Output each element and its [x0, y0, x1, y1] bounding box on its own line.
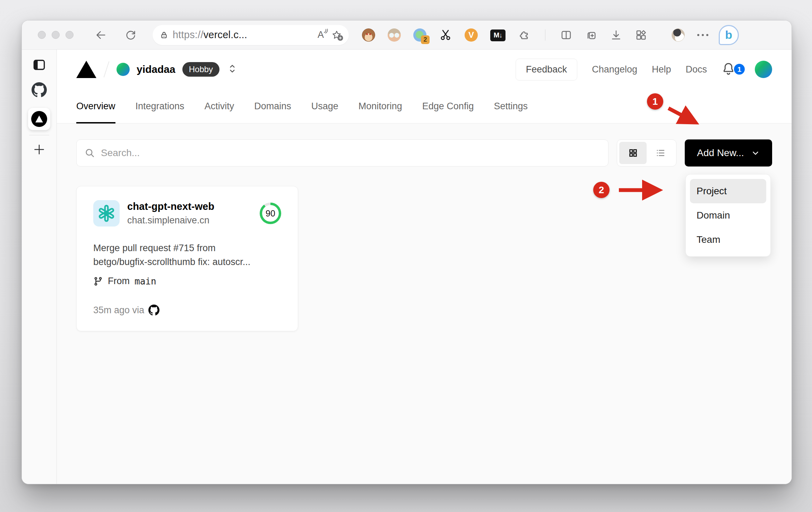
- read-aloud-icon[interactable]: A: [318, 29, 327, 40]
- window-controls: [38, 31, 74, 39]
- project-domain[interactable]: chat.simplenaive.cn: [127, 215, 214, 226]
- vertical-tabs-divider: [29, 135, 49, 135]
- scissors-extension-icon[interactable]: [439, 28, 452, 42]
- vercel-logo-icon[interactable]: [76, 61, 96, 78]
- changelog-link[interactable]: Changelog: [592, 64, 637, 75]
- browser-apps-icon[interactable]: [635, 29, 647, 41]
- notification-count-badge: 1: [733, 63, 746, 76]
- dropdown-item-project[interactable]: Project: [690, 179, 766, 203]
- view-toggle-group: [617, 139, 676, 167]
- tab-domains[interactable]: Domains: [254, 89, 291, 123]
- team-name[interactable]: yidadaa: [137, 63, 175, 75]
- tab-usage[interactable]: Usage: [311, 89, 338, 123]
- controls-row: Add New...: [76, 139, 772, 167]
- url-host: vercel.c...: [204, 29, 247, 40]
- new-tab-button[interactable]: [33, 143, 46, 157]
- project-favicon: [93, 200, 120, 227]
- feedback-button[interactable]: Feedback: [516, 59, 578, 80]
- add-new-dropdown-menu: Project Domain Team: [685, 174, 771, 257]
- extensions-puzzle-icon[interactable]: [518, 29, 530, 41]
- branch-name: main: [135, 276, 156, 287]
- github-mark-icon: [148, 305, 159, 316]
- tampermonkey-extension-icon[interactable]: [362, 28, 375, 42]
- docs-link[interactable]: Docs: [685, 64, 707, 75]
- minimize-window-button[interactable]: [52, 31, 60, 39]
- add-new-button[interactable]: Add New...: [685, 139, 772, 167]
- search-box[interactable]: [76, 139, 608, 167]
- dropdown-item-team[interactable]: Team: [690, 228, 766, 252]
- branch-prefix: From: [108, 276, 130, 287]
- deployment-info: 35m ago via: [93, 305, 281, 316]
- close-window-button[interactable]: [38, 31, 46, 39]
- window-body: yidadaa Hobby Feedback Changelog Help Do…: [22, 50, 792, 484]
- team-avatar[interactable]: [116, 63, 130, 76]
- toolbar-divider: [545, 29, 545, 41]
- browser-profile-avatar[interactable]: [672, 28, 685, 42]
- openai-logo-icon: [97, 204, 115, 222]
- site-header: yidadaa Hobby Feedback Changelog Help Do…: [57, 50, 792, 89]
- markdown-downloader-extension-icon[interactable]: M↓: [490, 29, 506, 41]
- git-branch-icon: [93, 276, 103, 286]
- person-extension-icon[interactable]: [388, 28, 401, 42]
- add-favorite-icon[interactable]: [331, 30, 342, 40]
- url-text: https://vercel.c...: [173, 29, 247, 41]
- chevron-down-icon: [751, 148, 760, 157]
- bing-chat-icon[interactable]: b: [719, 25, 739, 45]
- notifications-button[interactable]: 1: [722, 61, 740, 77]
- branch-row: From main: [93, 276, 281, 287]
- project-card[interactable]: chat-gpt-next-web chat.simplenaive.cn 90…: [76, 186, 298, 331]
- v-extension-icon[interactable]: V: [465, 28, 478, 42]
- proxy-extension-icon[interactable]: 2: [413, 28, 426, 42]
- address-bar[interactable]: https://vercel.c... A: [153, 25, 349, 45]
- extensions-row: 2 V M↓: [362, 28, 685, 42]
- annotation-step-1-badge: 1: [647, 93, 663, 110]
- project-name[interactable]: chat-gpt-next-web: [127, 201, 214, 212]
- tab-edge-config[interactable]: Edge Config: [422, 89, 474, 123]
- refresh-button[interactable]: [125, 29, 137, 41]
- list-view-button[interactable]: [647, 142, 674, 164]
- tab-vercel-active[interactable]: [28, 108, 50, 130]
- vertical-tabs-strip: [22, 50, 57, 484]
- annotation-step-2-badge: 2: [593, 182, 610, 198]
- list-view-icon: [655, 148, 666, 158]
- tab-integrations[interactable]: Integrations: [136, 89, 184, 123]
- site-body: Add New...: [57, 123, 792, 484]
- grid-view-icon: [628, 148, 638, 158]
- tab-monitoring[interactable]: Monitoring: [359, 89, 402, 123]
- tab-github-icon[interactable]: [32, 82, 47, 99]
- back-button[interactable]: [95, 29, 107, 41]
- collections-icon[interactable]: [585, 29, 597, 41]
- zoom-window-button[interactable]: [66, 31, 74, 39]
- help-link[interactable]: Help: [652, 64, 671, 75]
- dropdown-item-domain[interactable]: Domain: [690, 203, 766, 228]
- tab-overview[interactable]: Overview: [76, 89, 115, 123]
- split-screen-icon[interactable]: [560, 29, 572, 41]
- site-tab-bar: Overview Integrations Activity Domains U…: [57, 89, 792, 123]
- search-icon: [84, 147, 95, 159]
- vercel-favicon: [31, 111, 47, 127]
- vertical-tabs-toggle-icon[interactable]: [32, 58, 46, 73]
- browser-toolbar: https://vercel.c... A 2 V M↓: [22, 20, 792, 50]
- vercel-page: yidadaa Hobby Feedback Changelog Help Do…: [57, 50, 792, 484]
- browser-window: https://vercel.c... A 2 V M↓: [21, 20, 792, 484]
- tab-settings[interactable]: Settings: [494, 89, 528, 123]
- extension-count-badge: 2: [421, 35, 430, 44]
- search-input[interactable]: [101, 147, 601, 159]
- more-menu-icon[interactable]: [697, 34, 708, 36]
- url-scheme: https://: [173, 29, 204, 40]
- commit-message: Merge pull request #715 from betgo/bugfi…: [93, 241, 281, 269]
- analytics-score-value: 90: [262, 205, 279, 222]
- breadcrumb-slash: [104, 61, 110, 77]
- desktop: https://vercel.c... A 2 V M↓: [0, 0, 812, 512]
- tab-activity[interactable]: Activity: [205, 89, 234, 123]
- user-avatar[interactable]: [755, 61, 772, 78]
- grid-view-button[interactable]: [619, 142, 647, 164]
- plan-badge: Hobby: [182, 62, 219, 77]
- analytics-score-ring[interactable]: 90: [260, 203, 281, 224]
- lock-icon: [159, 31, 169, 40]
- team-switcher-chevrons-icon[interactable]: [228, 63, 237, 75]
- downloads-icon[interactable]: [610, 29, 622, 41]
